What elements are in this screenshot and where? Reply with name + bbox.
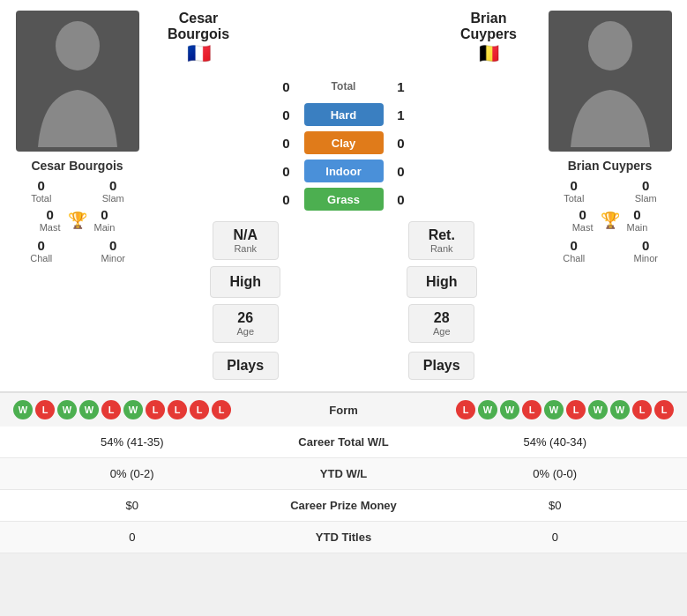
clay-badge: Clay bbox=[304, 131, 384, 154]
form-label: Form bbox=[291, 404, 397, 417]
left-rank-val: N/A bbox=[233, 227, 258, 243]
stats-row: $0 Career Prize Money $0 bbox=[0, 490, 687, 522]
right-header: Brian Cuypers 🇧🇪 bbox=[440, 11, 537, 65]
form-section: WLWWLWLLLL Form LWWLWLWWLL bbox=[0, 391, 687, 427]
stats-right-val: $0 bbox=[423, 499, 688, 512]
right-trophy-icon: 🏆 bbox=[601, 211, 620, 230]
score-clay-row: 0 Clay 0 bbox=[269, 131, 419, 154]
stats-right-val: 0% (0-0) bbox=[423, 467, 688, 480]
left-trophy-row: 0 Mast 🏆 0 Main bbox=[40, 207, 116, 233]
right-rank-lbl: Rank bbox=[430, 243, 453, 254]
form-badge-left: W bbox=[57, 400, 77, 419]
form-badge-right: L bbox=[654, 400, 674, 419]
right-player-col: Brian Cuypers 0 Total 0 Slam 0 Mast 🏆 bbox=[541, 11, 678, 263]
score-grass-right: 0 bbox=[384, 192, 419, 207]
score-total-left: 0 bbox=[269, 79, 304, 94]
left-form-badges: WLWWLWLLLL bbox=[13, 400, 287, 419]
hard-badge: Hard bbox=[304, 103, 384, 126]
right-age-box: 28 Age bbox=[408, 304, 474, 343]
right-info-col: Ret. Rank High 28 Age Plays bbox=[407, 219, 477, 382]
grass-badge: Grass bbox=[304, 188, 384, 211]
stats-left-val: $0 bbox=[0, 499, 265, 512]
right-lower-stats: 0 Chall 0 Minor bbox=[541, 238, 678, 263]
left-header: Cesar Bourgois 🇫🇷 bbox=[150, 11, 247, 65]
score-total-right: 1 bbox=[384, 79, 419, 94]
right-plays-val: Plays bbox=[423, 358, 460, 374]
form-badge-left: W bbox=[123, 400, 143, 419]
right-slam: 0 Slam bbox=[614, 178, 679, 204]
left-age-box: 26 Age bbox=[213, 304, 279, 343]
total-label: Total bbox=[304, 75, 384, 98]
svg-point-0 bbox=[56, 21, 100, 71]
left-trophy-icon: 🏆 bbox=[68, 211, 87, 230]
left-age-val: 26 bbox=[237, 310, 253, 326]
form-badge-left: L bbox=[101, 400, 121, 419]
score-hard-row: 0 Hard 1 bbox=[269, 103, 419, 126]
stats-row: 54% (41-35) Career Total W/L 54% (40-34) bbox=[0, 427, 687, 458]
indoor-badge: Indoor bbox=[304, 160, 384, 182]
form-badge-right: L bbox=[456, 400, 475, 419]
right-minor: 0 Minor bbox=[614, 238, 679, 263]
score-indoor-row: 0 Indoor 0 bbox=[269, 160, 419, 182]
right-rank-box: Ret. Rank bbox=[408, 221, 474, 260]
top-section: Cesar Bourgois 0 Total 0 Slam 0 Mast 🏆 bbox=[0, 0, 687, 391]
right-high-box: High bbox=[407, 266, 477, 298]
score-hard-left: 0 bbox=[269, 108, 304, 122]
score-grass-left: 0 bbox=[269, 192, 304, 207]
score-clay-right: 0 bbox=[384, 136, 419, 151]
left-minor: 0 Minor bbox=[81, 238, 146, 263]
form-badge-left: L bbox=[190, 400, 209, 419]
left-rank-lbl: Rank bbox=[234, 243, 257, 254]
left-lower-stats: 0 Chall 0 Minor bbox=[9, 238, 146, 263]
stats-center-label: YTD Titles bbox=[265, 531, 423, 544]
middle-info-row: N/A Rank High 26 Age Plays bbox=[150, 219, 537, 382]
left-age-lbl: Age bbox=[236, 326, 254, 337]
stats-right-val: 0 bbox=[423, 531, 688, 544]
left-flag: 🇫🇷 bbox=[187, 42, 211, 65]
form-badge-left: L bbox=[146, 400, 165, 419]
right-flag: 🇧🇪 bbox=[477, 42, 501, 65]
right-main: 0 Main bbox=[627, 207, 648, 233]
form-badge-right: W bbox=[544, 400, 564, 419]
form-badge-right: L bbox=[522, 400, 541, 419]
stats-right-val: 54% (40-34) bbox=[423, 435, 688, 449]
stats-left-val: 0 bbox=[0, 531, 265, 544]
form-badge-left: L bbox=[35, 400, 55, 419]
right-player-stats: 0 Total 0 Slam bbox=[541, 178, 678, 204]
right-player-photo bbox=[549, 11, 672, 152]
form-badge-left: L bbox=[212, 400, 231, 419]
form-badge-right: L bbox=[632, 400, 652, 419]
stats-table: 54% (41-35) Career Total W/L 54% (40-34)… bbox=[0, 427, 687, 553]
score-total-row: 0 Total 1 bbox=[269, 75, 419, 98]
right-rank-val: Ret. bbox=[429, 227, 455, 243]
right-age-val: 28 bbox=[434, 310, 450, 326]
stats-center-label: Career Prize Money bbox=[265, 499, 423, 512]
middle-col: Cesar Bourgois 🇫🇷 Brian Cuypers 🇧🇪 0 Tot… bbox=[150, 11, 537, 382]
left-mast: 0 Mast bbox=[40, 207, 61, 233]
left-plays-val: Plays bbox=[227, 358, 264, 374]
right-name-header: Brian bbox=[471, 11, 507, 26]
right-name-header2: Cuypers bbox=[460, 26, 517, 42]
right-form-badges: LWWLWLWWLL bbox=[401, 400, 675, 419]
left-chall: 0 Chall bbox=[9, 238, 74, 263]
left-player-name: Cesar Bourgois bbox=[31, 159, 123, 173]
score-clay-left: 0 bbox=[269, 136, 304, 151]
right-trophy-row: 0 Mast 🏆 0 Main bbox=[572, 207, 648, 233]
right-age-lbl: Age bbox=[433, 326, 451, 337]
form-badge-left: W bbox=[79, 400, 99, 419]
stats-center-label: YTD W/L bbox=[265, 467, 423, 480]
score-grass-row: 0 Grass 0 bbox=[269, 188, 419, 211]
left-main: 0 Main bbox=[94, 207, 116, 233]
left-high-val: High bbox=[229, 274, 261, 290]
right-plays-box: Plays bbox=[408, 352, 474, 380]
form-badge-right: W bbox=[588, 400, 608, 419]
left-plays-box: Plays bbox=[213, 352, 279, 380]
left-player-col: Cesar Bourgois 0 Total 0 Slam 0 Mast 🏆 bbox=[9, 11, 146, 263]
form-badge-right: W bbox=[500, 400, 519, 419]
form-badge-right: W bbox=[610, 400, 630, 419]
left-name-header: Cesar bbox=[179, 11, 218, 26]
right-total: 0 Total bbox=[541, 178, 607, 204]
stats-left-val: 0% (0-2) bbox=[0, 467, 265, 480]
stats-left-val: 54% (41-35) bbox=[0, 435, 265, 449]
form-badge-left: L bbox=[168, 400, 187, 419]
